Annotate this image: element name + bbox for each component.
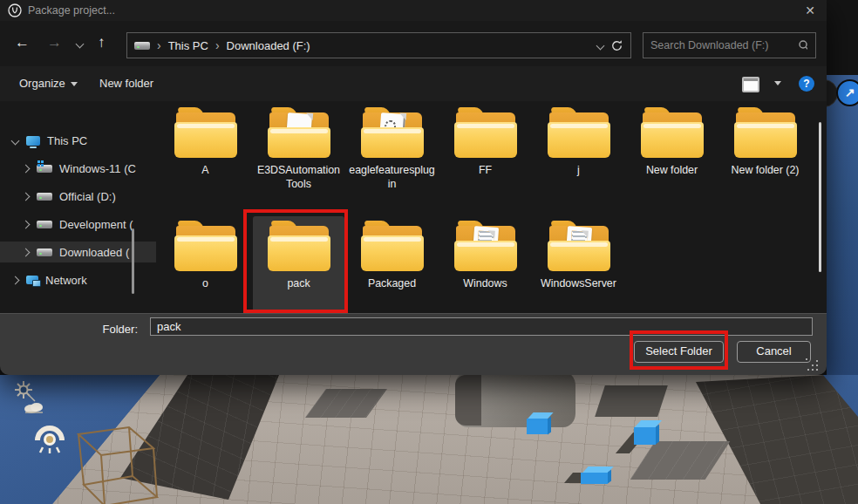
file-list-scrollbar[interactable] [819,122,821,272]
expander-icon[interactable] [11,136,20,145]
expander-icon[interactable] [22,192,31,201]
folder-icon [638,107,706,158]
folder-icon [358,107,426,158]
folder-icon [452,107,520,158]
address-bar[interactable]: › This PC › Downloaded (F:) [126,32,631,58]
drive-icon [37,193,52,201]
breadcrumb-separator: › [157,38,161,52]
dialog-main: This PC Windows-11 (C Official (D:) Deve… [0,101,827,314]
folder-item-j[interactable]: j [533,103,624,216]
help-button[interactable]: ? [799,76,814,92]
folder-icon [172,107,240,158]
expander-icon[interactable] [22,220,31,228]
history-dropdown-icon[interactable] [76,40,85,49]
resize-grip[interactable] [806,358,820,372]
breadcrumb-this-pc[interactable]: This PC [168,39,208,52]
sidebar-item-this-pc[interactable]: This PC [0,130,146,151]
system-drive-icon [37,165,52,173]
viewport-dark-block [595,385,668,417]
expander-icon[interactable] [22,248,31,256]
breadcrumb-separator: › [215,38,220,52]
search-icon[interactable] [798,39,807,51]
up-button[interactable]: ↑ [98,34,106,51]
navigation-row: ← → ↑ › This PC › Downloaded (F:) [0,21,827,66]
expander-icon[interactable] [22,164,31,173]
address-dropdown-icon[interactable] [596,41,605,50]
viewport-rounded-block [455,371,575,427]
navigation-pane: This PC Windows-11 (C Official (D:) Deve… [0,101,157,314]
chevron-down-icon [71,82,78,86]
cancel-button[interactable]: Cancel [737,341,811,363]
drive-icon [37,221,52,228]
folder-icon [732,107,800,158]
folder-icon [545,221,613,271]
folder-item-ff[interactable]: FF [439,103,531,216]
sidebar-item-windows-11[interactable]: Windows-11 (C [0,158,156,179]
expander-icon[interactable] [11,276,20,284]
sidebar-item-official[interactable]: Official (D:) [0,186,156,207]
view-mode-icon[interactable] [742,77,759,92]
folder-icon [265,107,333,158]
folder-item-e3dsautomationtools[interactable]: E3DSAutomationTools [253,103,344,216]
folder-item-a[interactable]: A [160,103,251,216]
package-project-dialog: Package project... ✕ ← → ↑ › This PC › D… [0,0,827,375]
sidebar-item-network[interactable]: Network [0,269,146,290]
drive-icon [37,249,52,256]
launch-button: ↗ [836,79,858,106]
directional-light-icon [10,377,37,403]
back-button[interactable]: ← [15,34,30,51]
selection-wireframe-cube [52,426,166,504]
folder-icon [172,221,240,271]
refresh-icon[interactable] [610,39,623,52]
dialog-titlebar: Package project... ✕ [0,0,827,21]
this-pc-icon [26,136,40,146]
unreal-logo-icon [8,3,22,17]
folder-item-new-folder[interactable]: New folder [626,103,718,216]
view-mode-dropdown-icon[interactable] [774,81,781,85]
new-folder-button[interactable]: New folder [99,77,153,90]
folder-item-eaglefeaturesplugin[interactable]: eaglefeaturesplugin [346,103,438,216]
drive-icon [134,42,150,50]
network-icon [26,276,38,284]
search-input[interactable] [644,39,798,51]
breadcrumb-current[interactable]: Downloaded (F:) [227,39,310,52]
dialog-title: Package project... [28,4,115,17]
sky-atmosphere-cloud-icon [24,401,44,414]
folder-icon [545,107,613,158]
unreal-viewport [0,375,858,504]
screen: ↗ [0,0,858,504]
forward-button[interactable]: → [47,34,62,51]
viewport-sky-strip [827,75,858,375]
folder-icon [452,221,520,271]
annotation-box-select-folder [630,330,728,370]
folder-item-new-folder-2[interactable]: New folder (2) [719,103,811,216]
annotation-box-pack-folder [243,209,348,313]
sidebar-scrollbar[interactable] [132,228,134,294]
folder-label: Folder: [35,323,138,336]
folder-icon [358,221,426,271]
search-box [643,32,816,58]
command-toolbar: Organize New folder ? [0,66,827,102]
close-icon[interactable]: ✕ [800,2,820,19]
organize-button[interactable]: Organize [19,77,78,90]
